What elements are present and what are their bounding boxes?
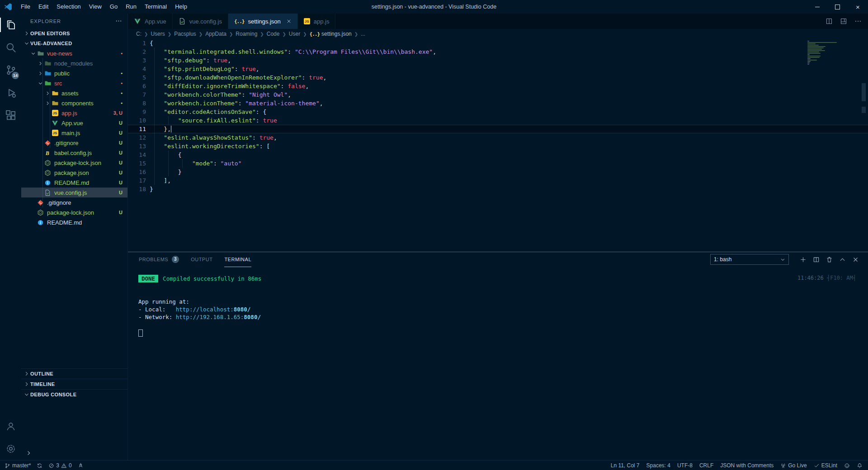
section-open-editors[interactable]: OPEN EDITORS: [21, 28, 127, 38]
terminal[interactable]: 11:46:26 ┤F10: AM┤ DONECompiled successf…: [128, 267, 868, 460]
breadcrumb-item[interactable]: Roaming: [236, 31, 257, 37]
menu-file[interactable]: File: [17, 0, 34, 14]
tree-item-package.json[interactable]: package.jsonU: [21, 168, 127, 178]
tree-item-babel.config.js[interactable]: Bbabel.config.jsU: [21, 148, 127, 158]
tree-item-components[interactable]: components•: [21, 98, 127, 108]
status-sync[interactable]: [37, 463, 42, 469]
menu-edit[interactable]: Edit: [34, 0, 52, 14]
menu-go[interactable]: Go: [106, 0, 122, 14]
more-actions-icon[interactable]: [115, 18, 122, 24]
tab-app.vue[interactable]: App.vue: [128, 14, 173, 29]
tree-item-public[interactable]: public•: [21, 68, 127, 78]
new-terminal-icon[interactable]: [800, 256, 807, 263]
collapsed-chevron-icon[interactable]: [26, 450, 32, 456]
tree-item-vue.config.js[interactable]: vue.config.jsU: [21, 188, 127, 197]
status-eslint[interactable]: ESLint: [814, 462, 837, 469]
code-line-12[interactable]: 12 "eslint.alwaysShowStatus": true,: [128, 133, 868, 142]
code-line-18[interactable]: 18}: [128, 185, 868, 193]
status-deploy-rocket[interactable]: [78, 463, 84, 469]
tree-item-package-lock.json[interactable]: package-lock.jsonU: [21, 207, 127, 217]
tab-app.js[interactable]: JSapp.js: [298, 14, 336, 29]
section-debug-console[interactable]: DEBUG CONSOLE: [21, 389, 127, 400]
status-git-branch[interactable]: master*: [5, 462, 31, 469]
status-notifications[interactable]: [857, 463, 863, 469]
layout-icon[interactable]: [840, 18, 847, 25]
tab-close-icon[interactable]: [286, 19, 292, 24]
tab-settings.json[interactable]: {..}settings.json: [228, 14, 298, 29]
breadcrumb-item[interactable]: User: [289, 31, 300, 37]
code-line-9[interactable]: 9 "editor.codeActionsOnSave": {: [128, 108, 868, 116]
section-outline[interactable]: OUTLINE: [21, 368, 127, 379]
breadcrumb-item[interactable]: ...: [361, 31, 365, 37]
split-editor-icon[interactable]: [826, 18, 833, 25]
breadcrumb-item[interactable]: {..}settings.json: [310, 31, 352, 37]
terminal-select[interactable]: 1: bash: [710, 254, 789, 265]
activity-search[interactable]: [0, 36, 21, 59]
tree-item-app.vue[interactable]: App.vueU: [21, 118, 127, 128]
code-line-7[interactable]: 7 "workbench.colorTheme": "Night Owl",: [128, 90, 868, 99]
menu-terminal[interactable]: Terminal: [141, 0, 171, 14]
status-problems[interactable]: 30: [48, 462, 71, 469]
code-line-5[interactable]: 5 "sftp.downloadWhenOpenInRemoteExplorer…: [128, 73, 868, 82]
section-workspace-root[interactable]: VUE-ADVANCED: [21, 38, 127, 48]
tree-item-src[interactable]: src•: [21, 78, 127, 88]
code-line-17[interactable]: 17 ],: [128, 176, 868, 185]
activity-settings[interactable]: [0, 437, 21, 460]
tree-item-vue-news[interactable]: vue-news•: [21, 48, 127, 58]
code-line-2[interactable]: 2 "terminal.integrated.shell.windows": "…: [128, 47, 868, 56]
close-button[interactable]: ×: [848, 0, 868, 14]
status-encoding[interactable]: UTF-8: [677, 462, 693, 469]
code-line-11[interactable]: 11 },: [128, 125, 868, 133]
tree-item-.gitignore[interactable]: .gitignore: [21, 197, 127, 207]
server-port[interactable]: 8080/: [234, 306, 251, 313]
activity-source-control[interactable]: 14: [0, 59, 21, 81]
panel-tab-output[interactable]: OUTPUT: [191, 252, 212, 267]
code-line-4[interactable]: 4 "sftp.printDebugLog": true,: [128, 65, 868, 73]
tab-vue.config.js[interactable]: vue.config.js: [173, 14, 228, 29]
maximize-panel-icon[interactable]: [839, 256, 846, 263]
breadcrumb-item[interactable]: AppData: [205, 31, 226, 37]
server-url-link[interactable]: http://192.168.1.65:: [176, 314, 244, 320]
code-line-14[interactable]: 14 {: [128, 150, 868, 159]
kill-terminal-icon[interactable]: [826, 256, 833, 263]
split-terminal-icon[interactable]: [813, 256, 820, 263]
code-line-13[interactable]: 13 "eslint.workingDirectories": [: [128, 142, 868, 150]
activity-account[interactable]: [0, 415, 21, 437]
code-line-8[interactable]: 8 "workbench.iconTheme": "material-icon-…: [128, 99, 868, 108]
restore-button[interactable]: [827, 0, 848, 14]
status-cursor-position[interactable]: Ln 11, Col 7: [611, 462, 640, 469]
tree-item-assets[interactable]: assets•: [21, 88, 127, 98]
tree-item-.gitignore[interactable]: .gitignoreU: [21, 138, 127, 148]
breadcrumb-item[interactable]: Pacsplus: [174, 31, 196, 37]
status-indentation[interactable]: Spaces: 4: [646, 462, 670, 469]
breadcrumb-item[interactable]: Code: [267, 31, 280, 37]
section-timeline[interactable]: TIMELINE: [21, 379, 127, 389]
menu-selection[interactable]: Selection: [52, 0, 85, 14]
minimap[interactable]: [807, 41, 851, 65]
code-line-16[interactable]: 16 }: [128, 168, 868, 176]
status-language-mode[interactable]: JSON with Comments: [720, 462, 774, 469]
code-line-1[interactable]: 1{: [128, 39, 868, 47]
breadcrumb-item[interactable]: Users: [151, 31, 165, 37]
activity-explorer[interactable]: [0, 14, 21, 36]
tree-item-node-modules[interactable]: node_modules: [21, 58, 127, 68]
tree-item-app.js[interactable]: JSapp.js3, U: [21, 108, 127, 118]
breadcrumb-item[interactable]: C:: [136, 31, 142, 37]
minimize-button[interactable]: [807, 0, 827, 14]
close-panel-icon[interactable]: [852, 256, 859, 263]
tree-item-main.js[interactable]: JSmain.jsU: [21, 128, 127, 138]
tree-item-readme.md[interactable]: README.mdU: [21, 178, 127, 188]
code-line-10[interactable]: 10 "source.fixAll.eslint": true: [128, 116, 868, 125]
code-line-6[interactable]: 6 "diffEditor.ignoreTrimWhitespace": fal…: [128, 82, 868, 90]
code-line-15[interactable]: 15 "mode": "auto": [128, 159, 868, 168]
more-actions-icon[interactable]: [854, 18, 862, 25]
status-eol[interactable]: CRLF: [699, 462, 713, 469]
activity-extensions[interactable]: [0, 104, 21, 127]
server-port[interactable]: 8080/: [244, 314, 261, 320]
activity-run-debug[interactable]: [0, 81, 21, 104]
code-line-3[interactable]: 3 "sftp.debug": true,: [128, 56, 868, 65]
menu-view[interactable]: View: [85, 0, 106, 14]
status-go-live[interactable]: Go Live: [780, 462, 807, 469]
status-feedback[interactable]: [844, 463, 850, 469]
panel-tab-terminal[interactable]: TERMINAL: [224, 252, 251, 267]
